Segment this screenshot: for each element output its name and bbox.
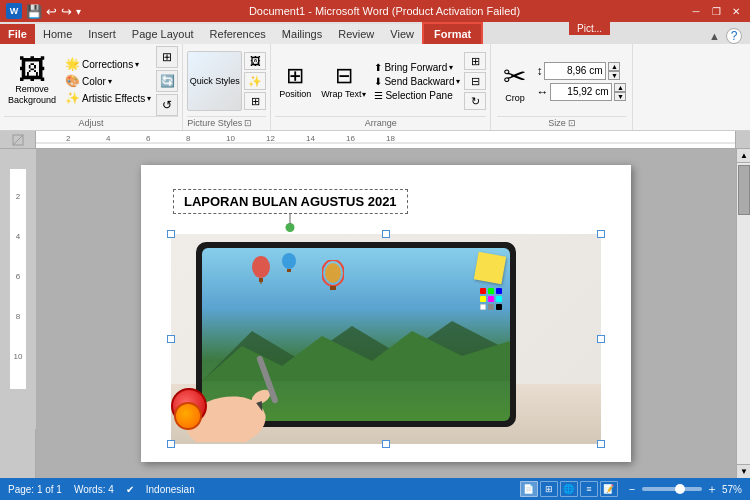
vertical-ruler-svg: 2 4 6 8 10 [0, 149, 36, 429]
wrap-text-button[interactable]: ⊟ Wrap Text ▾ [317, 61, 370, 101]
svg-point-22 [252, 256, 270, 278]
handle-bottom-right[interactable] [597, 440, 605, 448]
ribbon-group-adjust: 🖼 RemoveBackground 🌟 Corrections ▾ 🎨 Col… [0, 44, 183, 130]
close-button[interactable]: ✕ [728, 4, 744, 18]
handle-middle-right[interactable] [597, 335, 605, 343]
language-info[interactable]: Indonesian [146, 484, 195, 495]
word-icon: W [6, 3, 22, 19]
zoom-out-button[interactable]: － [626, 481, 638, 498]
rotation-handle[interactable] [286, 223, 295, 232]
zoom-slider-thumb[interactable] [675, 484, 685, 494]
view-print-button[interactable]: 📄 [520, 481, 538, 497]
tab-format[interactable]: Format [422, 22, 483, 44]
bring-forward-button[interactable]: ⬆ Bring Forward ▾ [372, 61, 462, 74]
minimize-button[interactable]: ─ [688, 4, 704, 18]
scroll-up-button[interactable]: ▲ [737, 149, 750, 163]
view-web-button[interactable]: 🌐 [560, 481, 578, 497]
tab-references[interactable]: References [202, 24, 274, 44]
tab-mailings[interactable]: Mailings [274, 24, 330, 44]
corrections-button[interactable]: 🌟 Corrections ▾ [62, 56, 154, 72]
width-spin-up[interactable]: ▲ [614, 83, 626, 92]
zoom-level[interactable]: 57% [722, 484, 742, 495]
ribbon-collapse-icon[interactable]: ▲ [709, 30, 720, 42]
picture-effects-button[interactable]: ✨ [244, 72, 266, 90]
handle-bottom-left[interactable] [167, 440, 175, 448]
group-button[interactable]: ⊟ [464, 72, 486, 90]
picture-border-button[interactable]: 🖼 [244, 52, 266, 70]
align-button[interactable]: ⊞ [464, 52, 486, 70]
width-spinner: ▲ ▼ [614, 83, 626, 101]
selection-pane-button[interactable]: ☰ Selection Pane [372, 89, 462, 102]
scroll-thumb[interactable] [738, 165, 750, 215]
scroll-down-button[interactable]: ▼ [737, 464, 750, 478]
compress-pictures-button[interactable]: ⊞ [156, 46, 178, 68]
help-icon[interactable]: ? [726, 28, 742, 44]
tab-home[interactable]: Home [35, 24, 80, 44]
balloon-3-svg [322, 260, 344, 292]
reset-picture-button[interactable]: ↺ [156, 94, 178, 116]
tab-file[interactable]: File [0, 24, 35, 44]
wrap-text-label: Wrap Text ▾ [321, 89, 366, 99]
handle-bottom-middle[interactable] [382, 440, 390, 448]
width-icon: ↔ [536, 85, 548, 99]
quick-styles-button[interactable]: Quick Styles [187, 51, 242, 111]
vertical-scrollbar[interactable]: ▲ ▼ [736, 149, 750, 478]
picture-layout-button[interactable]: ⊞ [244, 92, 266, 110]
quick-redo[interactable]: ↪ [61, 4, 72, 19]
picture-styles-expand[interactable]: ⊡ [244, 118, 252, 128]
position-button[interactable]: ⊞ Position [275, 61, 315, 101]
corrections-label: Corrections [82, 59, 133, 70]
quick-save[interactable]: 💾 [26, 4, 42, 19]
handle-top-right[interactable] [597, 230, 605, 238]
color-button[interactable]: 🎨 Color ▾ [62, 73, 154, 89]
width-spin-down[interactable]: ▼ [614, 92, 626, 101]
height-spin-up[interactable]: ▲ [608, 62, 620, 71]
tab-insert[interactable]: Insert [80, 24, 124, 44]
remove-background-button[interactable]: 🖼 RemoveBackground [4, 54, 60, 108]
sticky-note [474, 252, 506, 284]
crop-button[interactable]: ✂ Crop [497, 58, 532, 105]
document-canvas[interactable]: LAPORAN BULAN AGUSTUS 2021 [36, 149, 736, 478]
pict-tab-label: Pict... [569, 22, 610, 35]
width-input-row: ↔ ▲ ▼ [536, 83, 626, 101]
handle-middle-left[interactable] [167, 335, 175, 343]
zoom-control[interactable]: － ＋ 57% [626, 481, 742, 498]
restore-button[interactable]: ❐ [708, 4, 724, 18]
tab-view[interactable]: View [382, 24, 422, 44]
handle-top-left[interactable] [167, 230, 175, 238]
crop-icon: ✂ [503, 60, 526, 93]
view-outline-button[interactable]: ≡ [580, 481, 598, 497]
handle-top-middle[interactable] [382, 230, 390, 238]
spell-check-icon[interactable]: ✔ [126, 484, 134, 495]
artistic-effects-button[interactable]: ✨ Artistic Effects ▾ [62, 90, 154, 106]
crop-label: Crop [505, 93, 525, 103]
rotate-button[interactable]: ↻ [464, 92, 486, 110]
height-input[interactable] [544, 62, 606, 80]
zoom-in-button[interactable]: ＋ [706, 481, 718, 498]
scroll-track[interactable] [737, 163, 750, 464]
zoom-slider[interactable] [642, 487, 702, 491]
artistic-effects-dropdown[interactable]: ▾ [147, 94, 151, 103]
svg-line-1 [13, 135, 23, 145]
size-expand[interactable]: ⊡ [568, 118, 576, 128]
balloon-3 [322, 260, 344, 294]
height-spin-down[interactable]: ▼ [608, 71, 620, 80]
svg-text:8: 8 [186, 134, 191, 143]
main-area: 2 4 6 8 10 LAPORAN BULAN AGUSTUS 2021 [0, 149, 750, 478]
width-input[interactable] [550, 83, 612, 101]
color-dropdown[interactable]: ▾ [108, 77, 112, 86]
image-content [171, 234, 601, 444]
send-backward-button[interactable]: ⬇ Send Backward ▾ [372, 75, 462, 88]
image-frame[interactable] [171, 234, 601, 444]
picture-styles-label: Picture Styles ⊡ [187, 116, 266, 128]
corrections-dropdown[interactable]: ▾ [135, 60, 139, 69]
change-picture-button[interactable]: 🔄 [156, 70, 178, 92]
status-bar: Page: 1 of 1 Words: 4 ✔ Indonesian 📄 ⊞ 🌐… [0, 478, 750, 500]
title-textbox[interactable]: LAPORAN BULAN AGUSTUS 2021 [173, 189, 408, 214]
view-draft-button[interactable]: 📝 [600, 481, 618, 497]
quick-undo[interactable]: ↩ [46, 4, 57, 19]
view-fullscreen-button[interactable]: ⊞ [540, 481, 558, 497]
tab-review[interactable]: Review [330, 24, 382, 44]
send-backward-icon: ⬇ [374, 76, 382, 87]
tab-page-layout[interactable]: Page Layout [124, 24, 202, 44]
